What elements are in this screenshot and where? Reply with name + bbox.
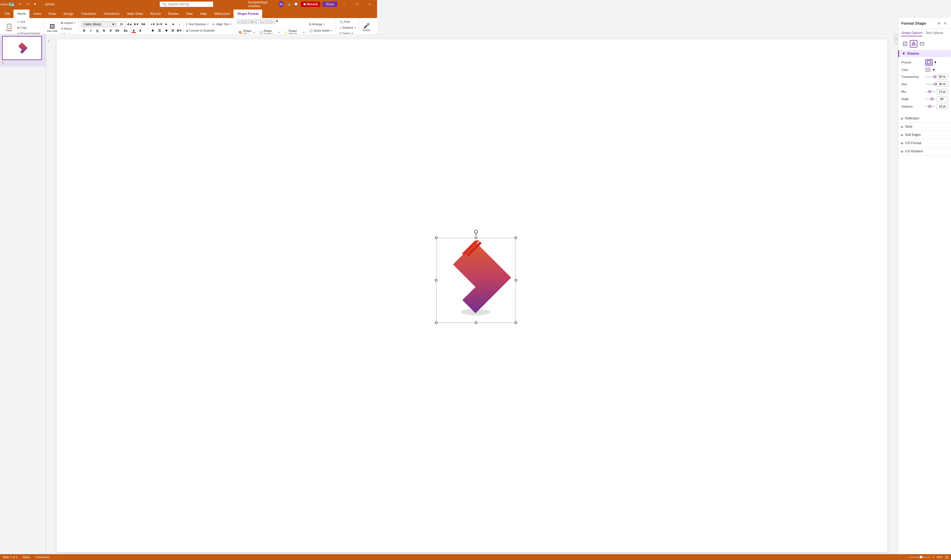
tab-draw[interactable]: Draw — [45, 9, 60, 18]
comments-btn-title[interactable]: 💬 — [294, 1, 299, 8]
tab-file[interactable]: File — [1, 9, 14, 18]
justify-button[interactable]: ☰ — [170, 28, 175, 34]
text-direction-arrow: ▼ — [207, 23, 209, 26]
minimize-button[interactable]: ─ — [339, 0, 350, 9]
restore-button[interactable]: ❐ — [352, 0, 362, 9]
align-center-button[interactable]: ☰ — [157, 28, 162, 34]
text-direction-button[interactable]: ⤵ Text Direction ▼ — [185, 22, 211, 27]
editing-content: 🔍 Find ⤸ Replace ▼ ⊡ Select ▼ — [338, 19, 357, 36]
tab-view[interactable]: View — [182, 9, 196, 18]
tab-insert[interactable]: Insert — [29, 9, 45, 18]
record-button[interactable]: Record — [301, 2, 320, 7]
shape-outline-icon: ⬜ — [259, 31, 263, 34]
tab-slidelizard[interactable]: SlideLizard — [211, 9, 234, 18]
find-label: Find — [344, 20, 349, 23]
search-input[interactable] — [168, 2, 211, 6]
arrange-icon: ⧉ — [309, 23, 311, 26]
arrange-label: Arrange — [312, 23, 322, 26]
save-button[interactable]: 💾 — [9, 1, 16, 8]
case-button[interactable]: Aa — [123, 28, 128, 34]
ribbon-tab-bar: File Home Insert Draw Design Transitions… — [0, 9, 377, 18]
file-name: arrows — [45, 2, 55, 6]
shape-icon-8[interactable]: ▷ — [271, 20, 275, 24]
replace-button[interactable]: ⤸ Replace ▼ — [338, 25, 357, 30]
autosave-toggle[interactable]: AutoSave On — [2, 1, 8, 8]
font-name-select[interactable]: Calibri (Body) — [81, 21, 116, 27]
tab-shapeformat[interactable]: Shape Format — [234, 9, 262, 18]
underline-button[interactable]: U — [94, 28, 100, 34]
design-ideas-button[interactable]: 💡 Design Ideas — [375, 20, 377, 35]
slide-canvas[interactable] — [57, 39, 377, 222]
shape-icon-3[interactable]: ╱ — [247, 20, 251, 24]
clear-format-btn[interactable]: ✕A — [140, 21, 146, 27]
increase-indent-button[interactable]: ⇥ — [170, 21, 175, 27]
tab-transitions[interactable]: Transitions — [77, 9, 100, 18]
design-ideas-label: Design Ideas — [377, 29, 377, 32]
customize-qa[interactable]: ▼ — [32, 1, 38, 8]
highlight-button[interactable]: A — [137, 28, 143, 34]
dictate-button[interactable]: 🎤 Dictate — [362, 20, 371, 35]
font-decrease-btn[interactable]: A▼ — [134, 21, 139, 27]
new-slide-label: New Slide — [47, 30, 58, 33]
ribbon-display-btn[interactable]: 🎭 — [286, 1, 291, 8]
char-spacing-button[interactable]: AV — [114, 28, 120, 34]
shape-fill-arrow: ▼ — [253, 31, 255, 34]
shape-icon-7[interactable]: ⬡ — [266, 20, 270, 24]
clipboard-content: 📋 Paste ✂ Cut ⧉ Copy 🖌 Format Painter — [3, 19, 42, 36]
thumbnail-item-1[interactable]: 1 — [0, 34, 46, 66]
arrange-button[interactable]: ⧉ Arrange ▼ — [308, 22, 334, 27]
convert-smartart-button[interactable]: ◈ Convert to SmartArt — [185, 28, 216, 33]
layout-button[interactable]: ⊞ Layout ▼ — [60, 20, 77, 26]
text-shadow-button[interactable]: S — [108, 28, 114, 34]
tab-help[interactable]: Help — [196, 9, 211, 18]
font-increase-btn[interactable]: A▲ — [127, 21, 133, 27]
italic-button[interactable]: I — [88, 28, 94, 34]
reset-button[interactable]: ↺ Reset — [60, 26, 77, 31]
tab-record[interactable]: Record — [146, 9, 164, 18]
shape-icon-1[interactable]: ▭ — [237, 20, 242, 24]
font-color-button[interactable]: A — [131, 28, 137, 34]
slide-area[interactable]: 1 — [46, 34, 377, 222]
shape-icon-6[interactable]: △ — [261, 20, 265, 24]
align-left-button[interactable]: ⫸ — [150, 28, 156, 34]
svg-marker-0 — [17, 43, 28, 54]
paragraph-content: ≡▼ 1≡▼ ⇤ ⇥ ↕ ⤵ Text Direction ▼ ≡↕ — [150, 19, 233, 35]
bold-button[interactable]: B — [81, 28, 87, 34]
paste-button[interactable]: 📋 Paste — [3, 20, 15, 35]
search-icon: 🔍 — [162, 2, 166, 6]
redo-button[interactable]: ↪ — [25, 1, 31, 8]
replace-label: Replace — [343, 26, 353, 29]
para-sep-2 — [183, 28, 184, 33]
find-button[interactable]: 🔍 Find — [338, 19, 357, 25]
line-spacing-button[interactable]: ↕ — [177, 21, 182, 27]
tab-design[interactable]: Design — [60, 9, 77, 18]
decrease-indent-button[interactable]: ⇤ — [163, 21, 169, 27]
copy-button[interactable]: ⧉ Copy — [16, 25, 42, 30]
autosave-label: AutoSave — [0, 3, 8, 6]
shape-icon-2[interactable]: ▢ — [242, 20, 246, 24]
new-slide-button[interactable]: 🖼 New Slide — [46, 20, 59, 36]
tab-slideshow[interactable]: Slide Show — [123, 9, 146, 18]
shape-icon-4[interactable]: ⟵ — [252, 20, 256, 24]
close-button[interactable]: ✕ — [365, 0, 375, 9]
shape-icon-5[interactable]: ○ — [256, 20, 260, 24]
tab-home[interactable]: Home — [14, 9, 29, 18]
numbering-button[interactable]: 1≡▼ — [157, 21, 162, 27]
record-dot — [303, 3, 306, 5]
cut-button[interactable]: ✂ Cut — [16, 19, 42, 25]
user-avatar[interactable]: JG — [279, 1, 284, 8]
strikethrough-button[interactable]: S — [101, 28, 107, 34]
new-slide-icon: 🖼 — [49, 24, 55, 29]
thumbnail-panel: 1 — [0, 34, 46, 222]
share-button[interactable]: Share — [322, 2, 337, 7]
undo-button[interactable]: ↩ — [17, 1, 23, 8]
align-text-button[interactable]: ≡↕ Align Text ▼ — [211, 22, 233, 27]
shape-more-btn[interactable]: ▼ — [275, 20, 280, 24]
font-size-input[interactable] — [117, 21, 126, 27]
tab-animations[interactable]: Animations — [100, 9, 123, 18]
tab-review[interactable]: Review — [164, 9, 182, 18]
bullets-button[interactable]: ≡▼ — [150, 21, 156, 27]
quick-styles-button[interactable]: ⬜ Quick Styles ▼ — [308, 28, 334, 33]
align-right-button[interactable]: ⫷ — [163, 28, 169, 34]
columns-button[interactable]: ⊟▼ — [177, 28, 182, 34]
